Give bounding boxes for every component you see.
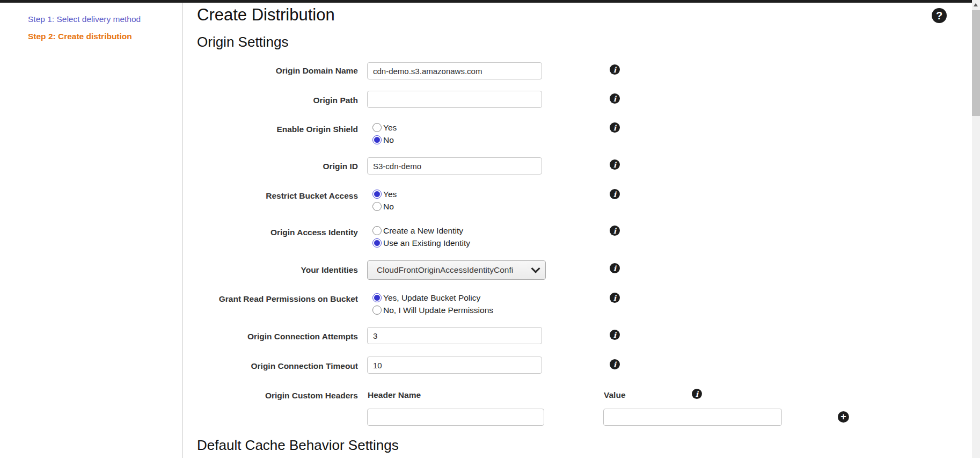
custom-header-value-input[interactable] [603, 409, 782, 426]
restrict-bucket-access-option-no[interactable]: No [372, 200, 397, 213]
radio-label: Yes [383, 123, 397, 133]
scrollbar-track [972, 0, 980, 458]
grant-read-permissions-radio-group: Yes, Update Bucket Policy No, I Will Upd… [372, 292, 493, 316]
origin-connection-timeout-label: Origin Connection Timeout [183, 361, 358, 371]
info-icon[interactable]: i [610, 122, 620, 133]
sidebar-item-step2: Step 2: Create distribution [28, 32, 132, 41]
scrollbar-up-arrow-icon[interactable] [974, 3, 978, 6]
add-header-button[interactable]: + [838, 411, 849, 423]
radio-unselected-icon[interactable] [372, 306, 382, 315]
info-icon[interactable]: i [610, 293, 620, 303]
chevron-down-icon [531, 264, 540, 273]
info-icon[interactable]: i [692, 389, 702, 399]
restrict-bucket-access-option-yes[interactable]: Yes [372, 188, 397, 200]
origin-connection-attempts-label: Origin Connection Attempts [183, 331, 358, 341]
grant-read-permissions-option-no[interactable]: No, I Will Update Permissions [372, 304, 493, 316]
origin-domain-name-input[interactable] [367, 62, 542, 79]
origin-connection-timeout-input[interactable] [367, 357, 542, 374]
radio-label: No [383, 135, 394, 145]
enable-origin-shield-option-yes[interactable]: Yes [372, 121, 397, 134]
origin-connection-attempts-input[interactable] [367, 327, 542, 344]
origin-path-input[interactable] [367, 91, 542, 108]
steps-sidebar: Step 1: Select delivery method Step 2: C… [0, 3, 183, 458]
origin-access-identity-option-new[interactable]: Create a New Identity [372, 224, 470, 237]
radio-selected-icon[interactable] [372, 238, 382, 248]
radio-label: Use an Existing Identity [383, 238, 470, 248]
origin-access-identity-radio-group: Create a New Identity Use an Existing Id… [372, 224, 470, 249]
radio-selected-icon[interactable] [372, 293, 382, 302]
info-icon[interactable]: i [610, 189, 620, 199]
origin-path-label: Origin Path [183, 95, 358, 105]
help-icon[interactable]: ? [932, 8, 947, 23]
default-cache-behavior-heading: Default Cache Behavior Settings [197, 437, 399, 454]
radio-label: Yes, Update Bucket Policy [383, 293, 480, 303]
origin-access-identity-label: Origin Access Identity [183, 227, 358, 237]
origin-id-label: Origin ID [183, 161, 358, 171]
scrollbar-thumb[interactable] [972, 10, 980, 116]
enable-origin-shield-radio-group: Yes No [372, 121, 397, 146]
radio-unselected-icon[interactable] [372, 202, 382, 211]
origin-custom-headers-label: Origin Custom Headers [183, 390, 358, 401]
origin-access-identity-option-existing[interactable]: Use an Existing Identity [372, 237, 470, 249]
info-icon[interactable]: i [610, 64, 620, 75]
value-column-label: Value [604, 390, 626, 400]
info-icon[interactable]: i [610, 359, 620, 369]
grant-read-permissions-option-yes[interactable]: Yes, Update Bucket Policy [372, 292, 493, 304]
info-icon[interactable]: i [610, 330, 620, 340]
info-icon[interactable]: i [610, 226, 620, 236]
header-name-column-label: Header Name [368, 390, 421, 400]
enable-origin-shield-label: Enable Origin Shield [183, 124, 358, 134]
info-icon[interactable]: i [610, 93, 620, 104]
radio-label: No [383, 202, 394, 212]
radio-unselected-icon[interactable] [372, 123, 382, 132]
radio-unselected-icon[interactable] [372, 226, 382, 235]
radio-label: Yes [383, 190, 397, 199]
enable-origin-shield-option-no[interactable]: No [372, 134, 397, 146]
your-identities-label: Your Identities [183, 265, 358, 275]
your-identities-select[interactable]: CloudFrontOriginAccessIdentityConfi [367, 260, 546, 280]
grant-read-permissions-label: Grant Read Permissions on Bucket [183, 294, 358, 304]
origin-id-input[interactable] [367, 157, 542, 175]
sidebar-item-step1[interactable]: Step 1: Select delivery method [28, 14, 141, 24]
restrict-bucket-access-radio-group: Yes No [372, 188, 397, 213]
radio-selected-icon[interactable] [372, 190, 382, 199]
info-icon[interactable]: i [610, 159, 620, 170]
custom-header-name-input[interactable] [367, 409, 544, 426]
selected-identity-value: CloudFrontOriginAccessIdentityConfi [377, 265, 530, 275]
radio-label: No, I Will Update Permissions [383, 306, 493, 315]
radio-label: Create a New Identity [383, 226, 463, 236]
info-icon[interactable]: i [610, 263, 620, 273]
origin-settings-heading: Origin Settings [197, 34, 289, 50]
page-title: Create Distribution [197, 5, 335, 25]
radio-selected-icon[interactable] [372, 135, 382, 144]
origin-domain-name-label: Origin Domain Name [183, 66, 358, 76]
create-distribution-form: Create Distribution Origin Settings Orig… [183, 0, 972, 458]
restrict-bucket-access-label: Restrict Bucket Access [183, 191, 358, 201]
